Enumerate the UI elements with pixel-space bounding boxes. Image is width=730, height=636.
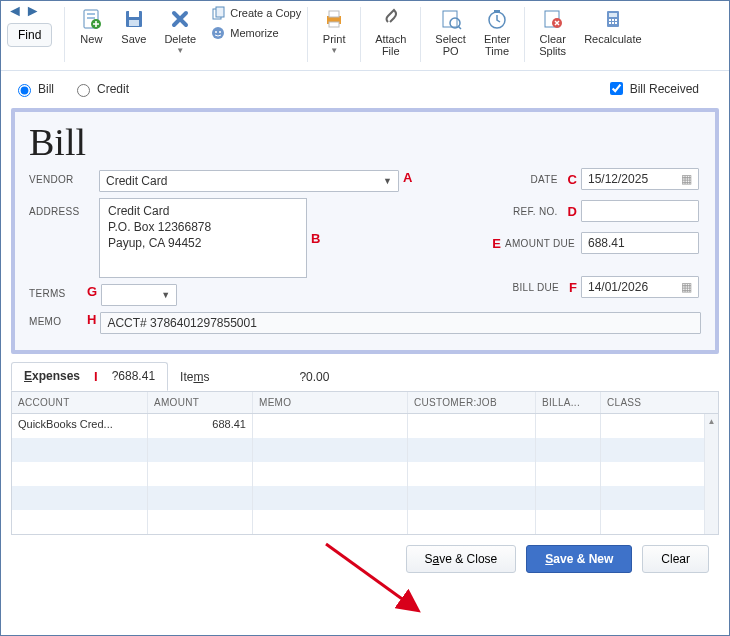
ref-no-field[interactable] [581, 200, 699, 222]
tab-expenses[interactable]: Expenses I ?688.41 [11, 362, 168, 391]
terms-dropdown[interactable]: ▼ [101, 284, 177, 306]
new-icon [79, 7, 103, 31]
tab-expenses-label: xpenses [32, 369, 80, 383]
page-title: Bill [29, 120, 701, 164]
save-new-button[interactable]: Save & New [526, 545, 632, 573]
col-customer-job[interactable]: CUSTOMER:JOB [408, 392, 536, 413]
marker-g: G [87, 284, 97, 299]
vertical-scrollbar[interactable]: ▲ [704, 414, 718, 534]
memorize-button[interactable]: Memorize [210, 25, 278, 41]
calendar-icon[interactable]: ▦ [681, 280, 692, 294]
clear-splits-icon [541, 7, 565, 31]
vendor-label: VENDOR [29, 170, 99, 185]
svg-rect-26 [609, 22, 611, 24]
marker-d: D [568, 204, 577, 219]
bill-due-label: BILL DUE [513, 282, 560, 293]
cell-class[interactable] [601, 414, 718, 438]
clear-button[interactable]: Clear [642, 545, 709, 573]
bill-radio[interactable]: Bill [13, 81, 54, 97]
tab-items-amount: ?0.00 [299, 370, 329, 384]
print-button[interactable]: Print ▼ [314, 5, 354, 59]
marker-e: E [492, 236, 501, 251]
tab-expenses-amount: ?688.41 [112, 369, 155, 384]
cell-memo[interactable] [253, 414, 408, 438]
bill-radio-input[interactable] [18, 84, 31, 97]
vendor-dropdown[interactable]: Credit Card ▼ [99, 170, 399, 192]
svg-rect-2 [87, 17, 95, 19]
table-row[interactable] [12, 510, 718, 534]
bill-form: Bill VENDOR Credit Card ▼ A ADDRESS Cred… [11, 108, 719, 354]
date-label: DATE [530, 174, 557, 185]
enter-time-label: Enter Time [484, 33, 510, 57]
cell-customer-job[interactable] [408, 414, 536, 438]
table-row[interactable]: QuickBooks Cred... 688.41 [12, 414, 718, 438]
marker-a: A [403, 170, 412, 185]
svg-rect-6 [129, 20, 139, 26]
delete-dropdown-icon[interactable]: ▼ [176, 45, 184, 57]
create-copy-button[interactable]: Create a Copy [210, 5, 301, 21]
table-row[interactable] [12, 486, 718, 510]
clear-splits-button[interactable]: Clear Splits [531, 5, 574, 59]
create-copy-icon [210, 5, 226, 21]
create-copy-label: Create a Copy [230, 7, 301, 19]
chevron-down-icon: ▼ [383, 176, 392, 186]
marker-h: H [87, 312, 96, 327]
vendor-value: Credit Card [106, 174, 167, 188]
bill-received-input[interactable] [610, 82, 623, 95]
col-class[interactable]: CLASS [601, 392, 718, 413]
print-dropdown-icon[interactable]: ▼ [330, 45, 338, 57]
credit-radio-input[interactable] [77, 84, 90, 97]
svg-rect-25 [615, 19, 617, 21]
col-account[interactable]: ACCOUNT [12, 392, 148, 413]
cell-account[interactable]: QuickBooks Cred... [12, 414, 148, 438]
amount-due-label: AMOUNT DUE [505, 238, 575, 249]
select-po-label: Select PO [435, 33, 466, 57]
col-memo[interactable]: MEMO [253, 392, 408, 413]
select-po-button[interactable]: Select PO [427, 5, 474, 59]
expenses-grid: ACCOUNT AMOUNT MEMO CUSTOMER:JOB BILLA..… [11, 391, 719, 535]
scroll-up-icon[interactable]: ▲ [705, 414, 718, 428]
attach-file-button[interactable]: Attach File [367, 5, 414, 59]
address-field[interactable]: Credit Card P.O. Box 12366878 Payup, CA … [99, 198, 307, 278]
recalculate-label: Recalculate [584, 33, 641, 45]
amount-due-field[interactable]: 688.41 [581, 232, 699, 254]
calendar-icon[interactable]: ▦ [681, 172, 692, 186]
delete-button[interactable]: Delete ▼ [156, 5, 204, 59]
nav-back-icon[interactable]: ◄ [7, 5, 23, 17]
svg-rect-27 [612, 22, 614, 24]
col-billable[interactable]: BILLA... [536, 392, 601, 413]
new-label: New [80, 33, 102, 45]
memorize-icon [210, 25, 226, 41]
col-amount[interactable]: AMOUNT [148, 392, 253, 413]
bill-due-field[interactable]: 14/01/2026 ▦ [581, 276, 699, 298]
grid-header: ACCOUNT AMOUNT MEMO CUSTOMER:JOB BILLA..… [12, 392, 718, 414]
attach-file-label: Attach File [375, 33, 406, 57]
bill-radio-label: Bill [38, 82, 54, 96]
cell-billable[interactable] [536, 414, 601, 438]
clear-splits-label: Clear Splits [539, 33, 566, 57]
credit-radio[interactable]: Credit [72, 81, 129, 97]
new-button[interactable]: New [71, 5, 111, 47]
main-toolbar: ◄ ► Find New Save Delete ▼ [1, 1, 729, 71]
select-po-icon [439, 7, 463, 31]
table-row[interactable] [12, 438, 718, 462]
recalculate-button[interactable]: Recalculate [576, 5, 649, 47]
ref-no-label: REF. NO. [513, 206, 558, 217]
save-button[interactable]: Save [113, 5, 154, 47]
bill-received-checkbox[interactable]: Bill Received [606, 79, 699, 98]
transaction-type-bar: Bill Credit Bill Received [1, 71, 729, 106]
enter-time-button[interactable]: Enter Time [476, 5, 518, 59]
cell-amount[interactable]: 688.41 [148, 414, 253, 438]
svg-rect-18 [494, 10, 500, 13]
delete-label: Delete [164, 33, 196, 45]
table-row[interactable] [12, 462, 718, 486]
svg-rect-22 [609, 13, 617, 17]
save-close-button[interactable]: Save & Close [406, 545, 517, 573]
grid-body[interactable]: QuickBooks Cred... 688.41 ▲ [12, 414, 718, 534]
date-field[interactable]: 15/12/2025 ▦ [581, 168, 699, 190]
svg-rect-5 [129, 11, 139, 17]
nav-forward-icon[interactable]: ► [25, 5, 41, 17]
memo-field[interactable]: ACCT# 3786401297855001 [100, 312, 701, 334]
find-button[interactable]: Find [7, 23, 52, 47]
tab-items[interactable]: Items ?0.00 [168, 364, 341, 390]
